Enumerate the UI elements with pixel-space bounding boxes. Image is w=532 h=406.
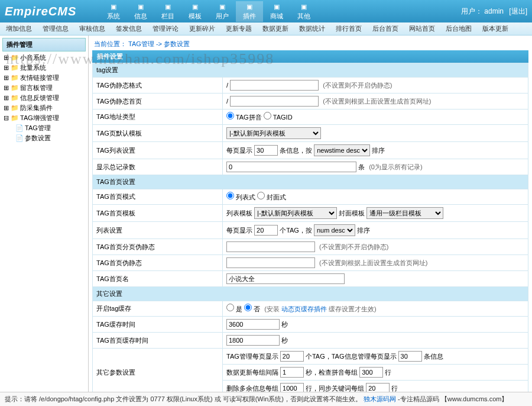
- expand-icon[interactable]: ⊞: [4, 104, 9, 112]
- radio-tagid[interactable]: TAGID: [264, 114, 293, 121]
- topnav-用户[interactable]: ▣用户: [209, 1, 236, 22]
- subnav-增加信息[interactable]: 增加信息: [6, 24, 32, 33]
- input-o2b[interactable]: [359, 367, 383, 378]
- expand-icon[interactable]: ⊞: [4, 84, 9, 92]
- tree-child-TAG管理[interactable]: 📄 TAG管理: [2, 123, 86, 133]
- tree-信息反馈管理[interactable]: ⊞📁信息反馈管理: [2, 93, 86, 103]
- tree-防采集插件[interactable]: ⊞📁防采集插件: [2, 103, 86, 113]
- tree-批量系统[interactable]: ⊞📁批量系统: [2, 63, 86, 73]
- topnav-系统[interactable]: ▣系统: [100, 1, 127, 22]
- footer: 提示：请将 /e/dongpo/htag/config.php 文件设置为 07…: [0, 392, 532, 406]
- topnav-插件[interactable]: ▣插件: [236, 1, 263, 22]
- topnav-信息[interactable]: ▣信息: [127, 1, 154, 22]
- label-list-cfg: TAG列表设置: [93, 142, 223, 159]
- topnav-商城[interactable]: ▣商城: [263, 1, 290, 22]
- select-def-tpl[interactable]: |-默认新闻列表模板: [226, 127, 321, 139]
- select-order[interactable]: newstime desc: [314, 144, 370, 156]
- opt: 是: [236, 305, 242, 312]
- opt: TAG拼音: [236, 114, 262, 121]
- sidebar: 插件管理 ⊞📁小音系统⊞📁批量系统⊞📁友情链接管理⊞📁留言板管理⊞📁信息反馈管理…: [0, 36, 89, 395]
- logout-link[interactable]: [退出]: [509, 7, 527, 15]
- label-fake-home: TAG伪静态首页: [93, 94, 223, 109]
- select-list-tpl[interactable]: |-默认新闻列表模板: [254, 207, 337, 219]
- folder-icon: 📁: [11, 104, 19, 112]
- input-fake-home[interactable]: [230, 96, 319, 107]
- cache-plugin-link[interactable]: 动态页缓存插件: [281, 305, 327, 312]
- input-hct[interactable]: [226, 335, 280, 346]
- radio-cover[interactable]: 封面式: [257, 194, 286, 201]
- txt: 排序: [357, 227, 370, 234]
- subnav-版本更新[interactable]: 版本更新: [482, 24, 508, 33]
- user-label: 用户：: [461, 7, 482, 15]
- select-lorder[interactable]: num desc: [314, 224, 355, 236]
- crumb-param[interactable]: 参数设置: [164, 40, 190, 47]
- topnav-其他[interactable]: ▣其他: [290, 1, 317, 22]
- user-area: 用户： admin [退出]: [461, 7, 527, 17]
- tree-TAG增强管理[interactable]: ⊟📁TAG增强管理: [2, 113, 86, 123]
- subnav-管理信息[interactable]: 管理信息: [43, 24, 69, 33]
- radio-no[interactable]: 否: [244, 305, 260, 312]
- nav-icon: ▣: [127, 2, 154, 12]
- subnav-审核信息[interactable]: 审核信息: [79, 24, 105, 33]
- subnav-后台首页[interactable]: 后台首页: [372, 24, 398, 33]
- txt: 行，同步关键词每组: [306, 385, 364, 392]
- group-other: 其它设置: [93, 287, 528, 301]
- input-o1a[interactable]: [280, 351, 304, 362]
- input-perpage[interactable]: [254, 145, 278, 156]
- label-hpf: TAG首页分页伪静态: [93, 239, 223, 255]
- label-addr-type: TAG地址类型: [93, 109, 223, 125]
- crumb-prefix: 当前位置：: [94, 40, 126, 47]
- input-total[interactable]: [226, 162, 356, 172]
- input-hname[interactable]: [226, 273, 345, 284]
- txt: 封面模板: [339, 210, 365, 217]
- expand-icon[interactable]: ⊞: [4, 94, 9, 102]
- nav-icon: ▣: [100, 2, 127, 12]
- input-fake-fmt[interactable]: [230, 80, 319, 91]
- input-o1b[interactable]: [398, 351, 422, 362]
- footer-text: 提示：请将 /e/dongpo/htag/config.php 文件设置为 07…: [5, 395, 362, 402]
- label-other: 其它参数设置: [93, 349, 223, 396]
- subnav-更新专题[interactable]: 更新专题: [226, 24, 252, 33]
- folder-icon: 📁: [11, 84, 19, 92]
- expand-icon[interactable]: ⊟: [4, 114, 9, 122]
- input-ct[interactable]: [226, 319, 280, 330]
- radio-yes[interactable]: 是: [226, 305, 242, 312]
- subnav-管理评论[interactable]: 管理评论: [153, 24, 179, 33]
- input-hpf[interactable]: [226, 241, 315, 252]
- select-cover-tpl[interactable]: 通用一级栏目模板: [366, 207, 443, 219]
- topnav-栏目[interactable]: ▣栏目: [154, 1, 181, 22]
- tree-小音系统[interactable]: ⊞📁小音系统: [2, 53, 86, 63]
- txt: 每页显示: [226, 147, 252, 154]
- folder-icon: 📁: [11, 74, 19, 82]
- input-o2a[interactable]: [280, 367, 304, 378]
- footer-link[interactable]: 独木源码网: [364, 395, 396, 402]
- subnav-后台地图[interactable]: 后台地图: [446, 24, 472, 33]
- label-fake-fmt: TAG伪静态格式: [93, 78, 223, 94]
- expand-icon[interactable]: ⊞: [4, 74, 9, 82]
- subnav-签发信息[interactable]: 签发信息: [116, 24, 142, 33]
- label-hname: TAG首页名: [93, 271, 223, 287]
- input-hf[interactable]: [226, 257, 315, 268]
- expand-icon[interactable]: ⊞: [4, 54, 9, 62]
- radio-list[interactable]: 列表式: [226, 194, 255, 201]
- subnav-数据更新[interactable]: 数据更新: [262, 24, 288, 33]
- crumb-tag[interactable]: TAG管理: [128, 40, 154, 47]
- subnav-排行首页[interactable]: 排行首页: [336, 24, 362, 33]
- subnav-网站首页[interactable]: 网站首页: [409, 24, 435, 33]
- radio-pinyin[interactable]: TAG拼音: [226, 114, 262, 121]
- topnav-模板[interactable]: ▣模板: [181, 1, 209, 22]
- label-hf: TAG首页伪静态: [93, 255, 223, 271]
- subnav-更新碎片[interactable]: 更新碎片: [189, 24, 215, 33]
- input-lperpage[interactable]: [254, 225, 278, 236]
- label-list-set: 列表设置: [93, 222, 223, 239]
- hint: (不设置则不开启伪静态): [323, 82, 392, 89]
- unit: 条: [358, 163, 365, 170]
- top-bar: EmpireCMS ▣系统▣信息▣栏目▣模板▣用户▣插件▣商城▣其他 用户： a…: [0, 0, 532, 22]
- tree-child-参数设置[interactable]: 📄 参数设置: [2, 133, 86, 143]
- subnav-数据统计[interactable]: 数据统计: [299, 24, 325, 33]
- tree-留言板管理[interactable]: ⊞📁留言板管理: [2, 83, 86, 93]
- expand-icon[interactable]: ⊞: [4, 64, 9, 72]
- txt: 条信息，按: [280, 147, 312, 154]
- tree-友情链接管理[interactable]: ⊞📁友情链接管理: [2, 73, 86, 83]
- label-def-tpl: TAG页默认模板: [93, 125, 223, 142]
